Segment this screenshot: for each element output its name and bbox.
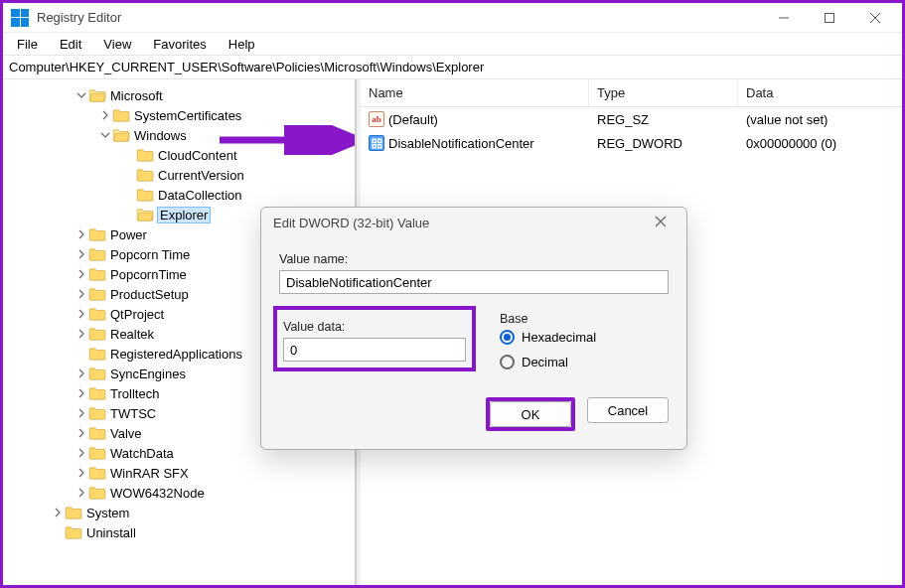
spacer xyxy=(122,168,136,182)
folder-icon xyxy=(88,227,106,241)
string-value-icon: ab xyxy=(369,111,384,127)
folder-icon xyxy=(88,267,106,281)
chevron-right-icon[interactable] xyxy=(75,247,88,261)
title-bar: Registry Editor xyxy=(3,3,902,33)
maximize-button[interactable] xyxy=(807,3,852,32)
folder-icon xyxy=(65,506,82,519)
folder-icon xyxy=(88,247,106,261)
chevron-right-icon[interactable] xyxy=(75,406,88,420)
value-name: (Default) xyxy=(388,112,438,127)
window-title: Registry Editor xyxy=(37,10,761,25)
tree-item-microsoft[interactable]: Microsoft xyxy=(5,85,353,105)
tree-item-wow6432[interactable]: WOW6432Node xyxy=(5,483,353,503)
radio-hexadecimal[interactable]: Hexadecimal xyxy=(500,330,669,345)
svg-rect-0 xyxy=(826,13,834,22)
menu-view[interactable]: View xyxy=(93,35,141,54)
svg-rect-4 xyxy=(373,144,376,147)
value-name: DisableNotificationCenter xyxy=(388,136,534,151)
col-name[interactable]: Name xyxy=(361,79,589,106)
tree-item-uninstall[interactable]: Uninstall xyxy=(5,522,353,542)
folder-icon xyxy=(136,188,154,202)
folder-icon xyxy=(88,446,106,460)
chevron-right-icon[interactable] xyxy=(75,287,88,301)
tree-item-system[interactable]: System xyxy=(5,503,353,522)
folder-icon xyxy=(88,287,106,301)
chevron-right-icon[interactable] xyxy=(75,267,88,281)
valuename-input[interactable] xyxy=(279,270,669,294)
col-data[interactable]: Data xyxy=(738,79,902,106)
tree-item-windows[interactable]: Windows xyxy=(5,125,353,145)
spacer xyxy=(51,525,65,539)
folder-icon xyxy=(88,347,106,361)
chevron-right-icon[interactable] xyxy=(75,307,88,321)
dialog-title: Edit DWORD (32-bit) Value xyxy=(273,216,429,230)
base-label: Base xyxy=(500,312,669,326)
annotation-box: Value data: xyxy=(273,306,476,371)
chevron-right-icon[interactable] xyxy=(51,506,65,519)
cancel-button[interactable]: Cancel xyxy=(587,397,669,423)
svg-rect-2 xyxy=(373,139,376,142)
chevron-down-icon[interactable] xyxy=(75,88,88,102)
list-row[interactable]: DisableNotificationCenter REG_DWORD 0x00… xyxy=(361,131,902,155)
folder-icon xyxy=(88,367,106,380)
annotation-box: OK xyxy=(486,397,575,431)
spacer xyxy=(75,347,88,361)
chevron-right-icon[interactable] xyxy=(75,466,88,480)
valuename-label: Value name: xyxy=(279,252,669,266)
value-type: REG_DWORD xyxy=(589,133,738,153)
valuedata-input[interactable] xyxy=(283,338,466,362)
chevron-right-icon[interactable] xyxy=(75,327,88,341)
dword-value-icon xyxy=(369,135,384,151)
menu-favorites[interactable]: Favorites xyxy=(143,35,216,54)
folder-open-icon xyxy=(136,208,154,221)
address-bar[interactable]: Computer\HKEY_CURRENT_USER\Software\Poli… xyxy=(3,55,902,79)
value-type: REG_SZ xyxy=(589,109,738,129)
tree-item-currentversion[interactable]: CurrentVersion xyxy=(5,165,353,185)
folder-icon xyxy=(136,148,154,162)
chevron-right-icon[interactable] xyxy=(75,367,88,380)
folder-icon xyxy=(136,168,154,182)
menu-bar: File Edit View Favorites Help xyxy=(3,33,902,55)
chevron-right-icon[interactable] xyxy=(75,386,88,400)
spacer xyxy=(122,188,136,202)
valuedata-label: Value data: xyxy=(283,320,466,334)
tree-item-systemcerts[interactable]: SystemCertificates xyxy=(5,105,353,125)
folder-open-icon xyxy=(88,88,106,102)
menu-file[interactable]: File xyxy=(7,35,48,54)
list-row[interactable]: ab(Default) REG_SZ (value not set) xyxy=(361,107,902,131)
chevron-right-icon[interactable] xyxy=(75,486,88,500)
spacer xyxy=(122,208,136,221)
radio-icon xyxy=(500,330,515,345)
value-data: 0x00000000 (0) xyxy=(738,133,902,153)
minimize-button[interactable] xyxy=(761,3,807,32)
folder-icon xyxy=(112,108,130,122)
list-header: Name Type Data xyxy=(361,79,902,107)
chevron-right-icon[interactable] xyxy=(75,446,88,460)
radio-decimal[interactable]: Decimal xyxy=(500,355,669,369)
folder-icon xyxy=(88,327,106,341)
folder-icon xyxy=(88,426,106,440)
tree-item-cloudcontent[interactable]: CloudContent xyxy=(5,145,353,165)
chevron-right-icon[interactable] xyxy=(75,426,88,440)
tree-item-datacollection[interactable]: DataCollection xyxy=(5,185,353,205)
folder-icon xyxy=(88,307,106,321)
value-data: (value not set) xyxy=(738,109,902,129)
edit-dword-dialog: Edit DWORD (32-bit) Value Value name: Va… xyxy=(260,207,687,450)
spacer xyxy=(122,148,136,162)
svg-rect-5 xyxy=(377,144,380,147)
chevron-right-icon[interactable] xyxy=(75,227,88,241)
chevron-down-icon[interactable] xyxy=(98,128,112,142)
app-icon xyxy=(11,9,29,27)
menu-help[interactable]: Help xyxy=(219,35,265,54)
folder-icon xyxy=(88,386,106,400)
menu-edit[interactable]: Edit xyxy=(50,35,91,54)
col-type[interactable]: Type xyxy=(589,79,738,106)
tree-item-winrarsfx[interactable]: WinRAR SFX xyxy=(5,463,353,483)
chevron-right-icon[interactable] xyxy=(98,108,112,122)
folder-icon xyxy=(88,406,106,420)
close-button[interactable] xyxy=(852,3,898,32)
dialog-close-button[interactable] xyxy=(647,216,675,230)
ok-button[interactable]: OK xyxy=(490,401,571,427)
svg-rect-3 xyxy=(377,139,380,142)
folder-icon xyxy=(88,466,106,480)
